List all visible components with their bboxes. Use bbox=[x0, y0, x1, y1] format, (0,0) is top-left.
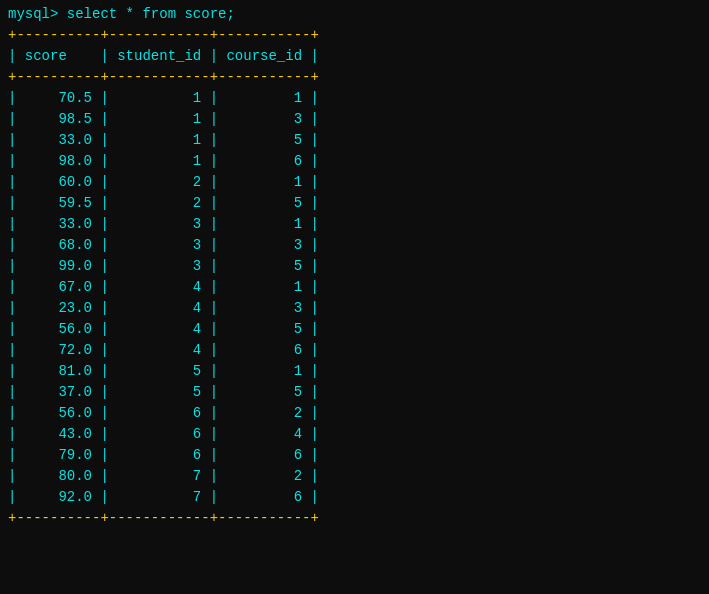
data-row-18: | 79.0 | 6 | 6 | bbox=[8, 447, 319, 463]
prompt: mysql> bbox=[8, 6, 67, 22]
data-row-12: | 56.0 | 4 | 5 | bbox=[8, 321, 319, 337]
data-row-7: | 33.0 | 3 | 1 | bbox=[8, 216, 319, 232]
data-row-14: | 81.0 | 5 | 1 | bbox=[8, 363, 319, 379]
sql-command: select * from score; bbox=[67, 6, 235, 22]
data-row-8: | 68.0 | 3 | 3 | bbox=[8, 237, 319, 253]
data-row-11: | 23.0 | 4 | 3 | bbox=[8, 300, 319, 316]
data-row-4: | 98.0 | 1 | 6 | bbox=[8, 153, 319, 169]
data-row-20: | 92.0 | 7 | 6 | bbox=[8, 489, 319, 505]
data-row-3: | 33.0 | 1 | 5 | bbox=[8, 132, 319, 148]
data-row-2: | 98.5 | 1 | 3 | bbox=[8, 111, 319, 127]
data-row-6: | 59.5 | 2 | 5 | bbox=[8, 195, 319, 211]
command-line: mysql> select * from score; bbox=[8, 4, 701, 25]
data-row-1: | 70.5 | 1 | 1 | bbox=[8, 90, 319, 106]
top-separator: +----------+------------+-----------+ bbox=[8, 27, 319, 43]
data-row-13: | 72.0 | 4 | 6 | bbox=[8, 342, 319, 358]
table-output: +----------+------------+-----------+ | … bbox=[8, 25, 701, 529]
bottom-separator: +----------+------------+-----------+ bbox=[8, 510, 319, 526]
data-row-9: | 99.0 | 3 | 5 | bbox=[8, 258, 319, 274]
terminal: mysql> select * from score; +----------+… bbox=[8, 4, 701, 529]
header-row: | score | student_id | course_id | bbox=[8, 48, 319, 64]
data-row-16: | 56.0 | 6 | 2 | bbox=[8, 405, 319, 421]
data-row-5: | 60.0 | 2 | 1 | bbox=[8, 174, 319, 190]
data-row-19: | 80.0 | 7 | 2 | bbox=[8, 468, 319, 484]
data-row-10: | 67.0 | 4 | 1 | bbox=[8, 279, 319, 295]
data-row-17: | 43.0 | 6 | 4 | bbox=[8, 426, 319, 442]
header-separator: +----------+------------+-----------+ bbox=[8, 69, 319, 85]
data-row-15: | 37.0 | 5 | 5 | bbox=[8, 384, 319, 400]
